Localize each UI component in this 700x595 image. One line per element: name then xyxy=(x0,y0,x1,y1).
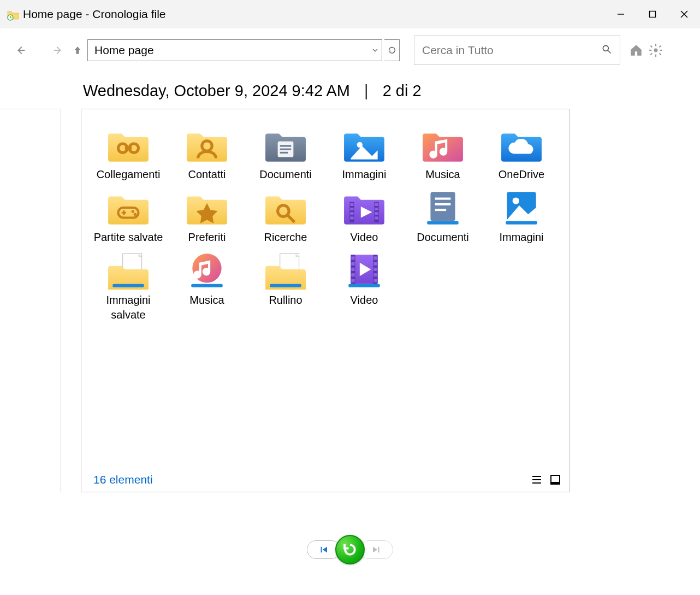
view-details-button[interactable] xyxy=(529,472,544,487)
svg-rect-40 xyxy=(375,212,378,215)
folder-videos-icon xyxy=(342,187,387,227)
item-folder-link[interactable]: Collegamenti xyxy=(89,122,168,182)
folder-documents-icon xyxy=(263,125,308,164)
svg-rect-69 xyxy=(348,284,379,287)
item-library-saved-pictures[interactable]: Immagini salvate xyxy=(89,248,168,322)
svg-rect-67 xyxy=(373,273,377,276)
library-documents-icon xyxy=(420,187,465,227)
item-label: Immagini xyxy=(499,230,543,245)
search-input[interactable] xyxy=(422,44,601,57)
svg-rect-49 xyxy=(506,221,537,225)
library-videos-icon xyxy=(342,250,387,290)
svg-point-48 xyxy=(513,198,519,204)
item-label: Musica xyxy=(425,167,460,182)
svg-rect-63 xyxy=(351,279,354,282)
svg-rect-13 xyxy=(659,53,662,56)
library-music-icon xyxy=(185,250,229,290)
refresh-button[interactable] xyxy=(384,39,400,61)
item-folder-games[interactable]: Partite salvate xyxy=(89,185,168,245)
folder-search-icon xyxy=(263,187,308,227)
item-folder-pictures[interactable]: Immagini xyxy=(325,122,404,182)
address-dropdown[interactable] xyxy=(367,40,382,61)
forward-button[interactable] xyxy=(49,42,67,59)
svg-point-28 xyxy=(132,210,134,213)
item-count: 16 elementi xyxy=(93,473,153,486)
restore-button[interactable] xyxy=(335,535,365,564)
item-folder-favorites[interactable]: Preferiti xyxy=(168,185,246,245)
folder-onedrive-icon xyxy=(499,125,544,164)
item-label: Rullino xyxy=(269,293,302,308)
svg-point-5 xyxy=(603,45,608,51)
svg-rect-11 xyxy=(660,50,662,51)
svg-rect-51 xyxy=(112,284,144,287)
snapshot-timestamp: Wednesday, October 9, 2024 9:42 AM xyxy=(83,82,350,99)
folder-favorites-icon xyxy=(185,187,229,227)
item-label: Musica xyxy=(189,293,224,308)
window-title: Home page - Cronologia file xyxy=(23,8,165,21)
svg-rect-59 xyxy=(351,256,354,260)
home-button[interactable] xyxy=(628,42,644,58)
search-box[interactable] xyxy=(414,36,620,65)
item-label: Collegamenti xyxy=(97,167,161,182)
version-nav xyxy=(0,535,700,564)
svg-rect-2 xyxy=(650,11,656,17)
address-text: Home page xyxy=(88,44,367,57)
nav-pane-stub xyxy=(0,109,61,492)
svg-rect-9 xyxy=(655,55,656,57)
settings-button[interactable] xyxy=(648,42,664,58)
back-button[interactable] xyxy=(12,42,29,59)
close-button[interactable] xyxy=(668,0,700,28)
svg-rect-15 xyxy=(659,45,662,48)
library-camera-roll-icon xyxy=(263,250,308,290)
svg-rect-74 xyxy=(551,482,560,484)
library-pictures-icon xyxy=(499,187,544,227)
item-library-pictures[interactable]: Immagini xyxy=(482,185,561,245)
svg-rect-42 xyxy=(430,192,455,221)
app-icon xyxy=(7,8,20,21)
view-large-icons-button[interactable] xyxy=(548,472,563,487)
svg-rect-8 xyxy=(655,44,656,46)
item-folder-onedrive[interactable]: OneDrive xyxy=(482,122,561,182)
svg-point-7 xyxy=(654,49,658,52)
svg-rect-61 xyxy=(351,268,354,271)
svg-rect-62 xyxy=(351,273,354,276)
svg-rect-53 xyxy=(191,284,222,287)
item-library-camera-roll[interactable]: Rullino xyxy=(246,248,325,322)
item-folder-music[interactable]: Musica xyxy=(404,122,482,182)
item-library-documents[interactable]: Documenti xyxy=(404,185,482,245)
svg-rect-66 xyxy=(373,268,377,271)
minimize-button[interactable] xyxy=(605,0,637,28)
item-folder-search[interactable]: Ricerche xyxy=(246,185,325,245)
svg-rect-41 xyxy=(375,216,378,219)
search-icon xyxy=(601,44,612,57)
folder-pictures-icon xyxy=(342,125,387,164)
item-library-music[interactable]: Musica xyxy=(168,248,246,322)
titlebar: Home page - Cronologia file xyxy=(0,0,700,28)
item-folder-contacts[interactable]: Contatti xyxy=(168,122,246,182)
svg-rect-12 xyxy=(650,45,653,48)
item-label: Partite salvate xyxy=(94,230,163,245)
svg-rect-64 xyxy=(373,256,377,260)
folder-contacts-icon xyxy=(185,125,229,164)
svg-rect-38 xyxy=(375,203,378,206)
item-folder-documents[interactable]: Documenti xyxy=(246,122,325,182)
folder-games-icon xyxy=(106,187,151,227)
up-button[interactable] xyxy=(71,44,84,57)
svg-rect-34 xyxy=(350,203,353,206)
folder-link-icon xyxy=(106,125,151,164)
svg-rect-10 xyxy=(649,50,651,51)
item-label: Documenti xyxy=(259,167,312,182)
item-folder-videos[interactable]: Video xyxy=(325,185,404,245)
item-library-videos[interactable]: Video xyxy=(325,248,404,322)
svg-rect-65 xyxy=(373,262,377,266)
maximize-button[interactable] xyxy=(637,0,668,28)
item-label: Immagini xyxy=(342,167,386,182)
svg-rect-35 xyxy=(350,208,353,210)
snapshot-header: Wednesday, October 9, 2024 9:42 AM | 2 d… xyxy=(0,72,700,109)
svg-rect-60 xyxy=(351,262,354,266)
page-indicator: 2 di 2 xyxy=(383,82,422,99)
address-bar[interactable]: Home page xyxy=(87,39,382,61)
svg-line-6 xyxy=(608,51,611,54)
item-label: Ricerche xyxy=(264,230,307,245)
svg-rect-39 xyxy=(375,208,378,210)
